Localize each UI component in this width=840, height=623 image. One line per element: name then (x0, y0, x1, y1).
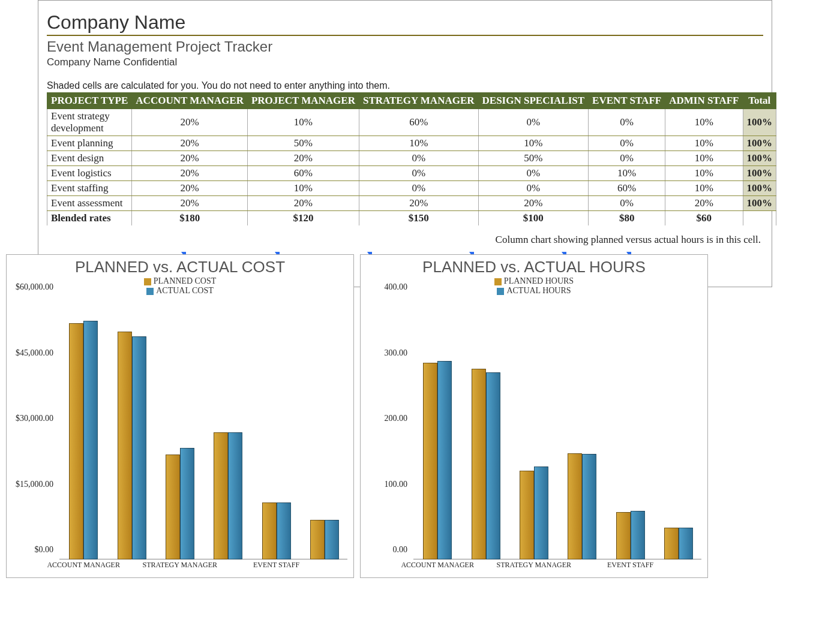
bar-actual (132, 336, 146, 559)
cell-value[interactable]: 20% (247, 196, 359, 211)
cell-value[interactable]: 0% (478, 181, 589, 196)
x-tick-label: STRATEGY MANAGER (143, 561, 218, 570)
table-row: Event planning20%50%10%10%0%10%100% (47, 136, 776, 151)
cell-value[interactable]: 20% (132, 151, 248, 166)
swatch-actual-icon (146, 288, 154, 295)
cell-value[interactable]: 20% (359, 196, 478, 211)
bar-actual (534, 467, 548, 559)
cell-rate[interactable]: $80 (589, 211, 665, 226)
bar-planned (118, 332, 132, 559)
chart-caption: Column chart showing planned versus actu… (47, 234, 763, 246)
bar-planned (664, 528, 679, 559)
cell-value[interactable]: 10% (359, 136, 478, 151)
col-design-specialist: DESIGN SPECIALIST (478, 93, 589, 109)
cell-value[interactable]: 60% (359, 109, 478, 136)
cell-value[interactable]: 0% (359, 166, 478, 181)
y-tick-label: 400.00 (385, 282, 408, 292)
cell-value[interactable]: 20% (132, 196, 248, 211)
cell-value[interactable]: 20% (665, 196, 743, 211)
cell-value[interactable]: 50% (247, 136, 359, 151)
table-row: Event logistics20%60%0%0%10%10%100% (47, 166, 776, 181)
x-tick-label: EVENT STAFF (253, 561, 299, 570)
cell-value[interactable]: 0% (589, 136, 665, 151)
bar-planned (616, 512, 631, 559)
legend-label: PLANNED COST (154, 276, 217, 285)
cell-value[interactable]: 10% (665, 109, 743, 136)
cell-value[interactable]: 20% (478, 196, 589, 211)
cell-value[interactable]: 0% (478, 109, 589, 136)
legend-label: ACTUAL HOURS (506, 286, 571, 295)
cell-value[interactable]: 10% (247, 109, 359, 136)
divider (47, 35, 763, 36)
bar-actual (582, 454, 596, 559)
cell-value[interactable]: 0% (589, 196, 665, 211)
bar-planned (568, 453, 582, 559)
cell-rate[interactable]: $60 (665, 211, 743, 226)
cell-value[interactable]: 10% (478, 136, 589, 151)
cell-rate[interactable]: $100 (478, 211, 589, 226)
cell-value[interactable]: 0% (359, 181, 478, 196)
cell-rate[interactable]: $150 (359, 211, 478, 226)
cell-value[interactable]: 20% (132, 109, 248, 136)
cell-empty (743, 211, 776, 226)
cell-value[interactable]: 0% (478, 166, 589, 181)
y-axis: $0.00$15,000.00$30,000.00$45,000.00$60,0… (7, 297, 57, 559)
x-axis: ACCOUNT MANAGERSTRATEGY MANAGEREVENT STA… (413, 561, 701, 571)
y-tick-label: $60,000.00 (16, 282, 53, 292)
cell-value[interactable]: 20% (132, 166, 248, 181)
company-name: Company Name (47, 11, 763, 34)
cell-value[interactable]: 20% (132, 181, 248, 196)
table-row: Event design20%20%0%50%0%10%100% (47, 151, 776, 166)
cell-value[interactable]: 60% (247, 166, 359, 181)
y-tick-label: $30,000.00 (16, 414, 53, 423)
cell-total: 100% (743, 196, 776, 211)
bar-planned (472, 369, 486, 559)
cell-value[interactable]: 10% (665, 166, 743, 181)
cell-rate[interactable]: $120 (247, 211, 359, 226)
plot-area (413, 297, 701, 559)
bar-actual (228, 432, 242, 559)
col-event-staff: EVENT STAFF (589, 93, 665, 109)
y-tick-label: 200.00 (385, 414, 408, 423)
col-account-manager: ACCOUNT MANAGER (132, 93, 248, 109)
allocation-table: PROJECT TYPEACCOUNT MANAGERPROJECT MANAG… (47, 92, 776, 225)
y-tick-label: $0.00 (35, 545, 54, 555)
cell-value[interactable]: 10% (589, 166, 665, 181)
x-axis: ACCOUNT MANAGERSTRATEGY MANAGEREVENT STA… (59, 561, 347, 571)
col-strategy-manager: STRATEGY MANAGER (359, 93, 478, 109)
row-label: Event planning (47, 136, 132, 151)
cell-rate[interactable]: $180 (132, 211, 248, 226)
cell-value[interactable]: 50% (478, 151, 589, 166)
cell-total: 100% (743, 151, 776, 166)
bar-planned (262, 502, 277, 559)
bar-planned (69, 323, 83, 559)
y-tick-label: 0.00 (393, 545, 408, 555)
col-admin-staff: ADMIN STAFF (665, 93, 743, 109)
table-row: Event assessment20%20%20%20%0%20%100% (47, 196, 776, 211)
cell-value[interactable]: 10% (665, 181, 743, 196)
cell-value[interactable]: 20% (247, 151, 359, 166)
y-tick-label: 300.00 (385, 348, 408, 358)
x-tick-label: EVENT STAFF (607, 561, 653, 570)
row-label: Event design (47, 151, 132, 166)
bar-actual (631, 511, 645, 559)
x-tick-label: STRATEGY MANAGER (497, 561, 572, 570)
cell-value[interactable]: 0% (589, 151, 665, 166)
cell-value[interactable]: 10% (665, 151, 743, 166)
cell-value[interactable]: 10% (665, 136, 743, 151)
col-total: Total (743, 93, 776, 109)
bar-planned (520, 471, 534, 559)
cell-value[interactable]: 60% (589, 181, 665, 196)
cell-value[interactable]: 10% (247, 181, 359, 196)
chart-cost: PLANNED vs. ACTUAL COSTPLANNED COSTACTUA… (6, 254, 354, 578)
chart-legend: PLANNED HOURSACTUAL HOURS (361, 276, 707, 296)
y-axis: 0.00100.00200.00300.00400.00 (361, 297, 411, 559)
cell-value[interactable]: 0% (589, 109, 665, 136)
cell-total: 100% (743, 181, 776, 196)
confidential-label: Company Name Confidential (47, 56, 763, 68)
chart-title: PLANNED vs. ACTUAL COST (7, 258, 353, 276)
bar-planned (310, 520, 325, 559)
cell-value[interactable]: 20% (132, 136, 248, 151)
bar-planned (423, 363, 437, 560)
cell-value[interactable]: 0% (359, 151, 478, 166)
